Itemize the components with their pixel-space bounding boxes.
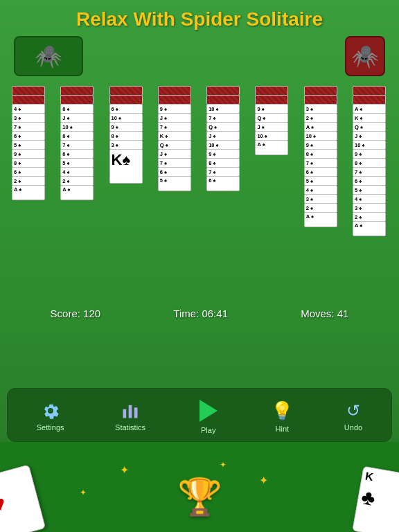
card-face-down xyxy=(353,95,386,105)
card[interactable]: 7 ♠ xyxy=(206,167,240,177)
score-value: 120 xyxy=(83,308,100,319)
card[interactable]: 9 ♠ xyxy=(304,140,337,150)
card[interactable]: 10 ♠ xyxy=(206,104,240,114)
card[interactable]: J ♠ xyxy=(353,131,386,141)
card[interactable]: 9 ♠ xyxy=(109,122,143,132)
card[interactable]: A ♠ xyxy=(255,140,288,155)
card[interactable]: 9 ♠ xyxy=(255,104,288,114)
bottom-card-left: J ♥ xyxy=(0,465,46,532)
card[interactable]: A ♠ xyxy=(60,185,94,200)
column-1[interactable]: 4 ♠ 3 ♠ 7 ♠ 6 ♠ 5 ♠ 9 ♠ 8 ♠ 6 ♠ 2 ♠ A ♠ xyxy=(10,86,48,200)
card[interactable]: 7 ♠ xyxy=(353,167,386,177)
card[interactable]: 2 ♠ xyxy=(304,203,337,213)
card[interactable]: K ♠ xyxy=(353,113,386,123)
undo-button[interactable]: ↺ Undo xyxy=(339,398,368,434)
card[interactable]: 3 ♠ xyxy=(12,113,45,123)
card[interactable]: 5 ♠ xyxy=(158,176,191,191)
card[interactable]: 8 ♠ xyxy=(60,104,94,114)
card[interactable]: 5 ♠ xyxy=(304,176,337,186)
card[interactable]: 9 ♠ xyxy=(158,104,191,114)
card[interactable]: A ♠ xyxy=(304,122,337,132)
card[interactable]: 8 ♠ xyxy=(353,158,386,168)
card[interactable]: 10 ♠ xyxy=(206,140,240,150)
column-3[interactable]: 6 ♠ 10 ♠ 9 ♠ 8 ♠ 3 ♠ K♠ xyxy=(107,86,146,183)
card[interactable]: Q ♠ xyxy=(206,122,240,132)
statistics-button[interactable]: Statistics xyxy=(109,398,151,434)
card[interactable]: 7 ♠ xyxy=(304,158,337,168)
title-area: Relax With Spider Solitaire xyxy=(0,0,399,36)
card[interactable]: 8 ♠ xyxy=(109,131,143,141)
card[interactable]: J ♠ xyxy=(60,113,94,123)
column-6[interactable]: 9 ♠ Q ♠ J ♠ 10 ♠ A ♠ xyxy=(253,86,292,154)
card[interactable]: 2 ♠ xyxy=(353,212,386,222)
moves-display: Moves: 41 xyxy=(301,308,348,319)
card[interactable]: 8 ♠ xyxy=(304,149,337,159)
card[interactable]: 6 ♠ xyxy=(12,131,45,141)
card[interactable]: K ♠ xyxy=(158,131,191,141)
card[interactable]: 2 ♠ xyxy=(12,176,45,186)
card[interactable]: 10 ♠ xyxy=(255,131,288,141)
card[interactable]: 7 ♠ xyxy=(158,158,191,168)
card[interactable]: A ♠ xyxy=(12,185,45,200)
moves-value: 41 xyxy=(337,308,349,319)
card[interactable]: A ♠ xyxy=(353,221,386,236)
card[interactable]: J ♠ xyxy=(158,149,191,159)
card[interactable]: Q ♠ xyxy=(158,140,191,150)
card[interactable]: 7 ♠ xyxy=(12,122,45,132)
card[interactable]: 10 ♠ xyxy=(60,122,94,132)
card[interactable]: Q ♠ xyxy=(255,113,288,123)
column-2[interactable]: 8 ♠ J ♠ 10 ♠ 8 ♠ 7 ♠ 6 ♠ 5 ♠ 4 ♠ 2 ♠ A ♠ xyxy=(58,86,97,200)
card[interactable]: 10 ♠ xyxy=(304,131,337,141)
king-card[interactable]: K♠ xyxy=(109,149,143,184)
column-4[interactable]: 9 ♠ J ♠ 7 ♠ K ♠ Q ♠ J ♠ 7 ♠ 6 ♠ 5 ♠ xyxy=(156,86,195,190)
card[interactable]: 6 ♠ xyxy=(206,176,240,191)
card[interactable]: 6 ♠ xyxy=(353,176,386,186)
card-face-down xyxy=(109,95,143,105)
card[interactable]: 6 ♠ xyxy=(109,104,143,114)
card[interactable]: J ♠ xyxy=(255,122,288,132)
card[interactable]: 5 ♠ xyxy=(60,158,94,168)
card[interactable]: 9 ♠ xyxy=(353,149,386,159)
toolbar: Settings Statistics Play 💡 Hint ↺ Undo xyxy=(7,388,392,442)
card[interactable]: 10 ♠ xyxy=(353,140,386,150)
card[interactable]: 8 ♠ xyxy=(206,158,240,168)
card[interactable]: A ♠ xyxy=(304,212,337,227)
card[interactable]: 2 ♠ xyxy=(304,113,337,123)
card[interactable]: A ♠ xyxy=(353,104,386,114)
svg-rect-2 xyxy=(134,407,138,418)
card[interactable]: 8 ♠ xyxy=(60,131,94,141)
card[interactable]: 6 ♠ xyxy=(304,167,337,177)
column-7[interactable]: 3 ♠ 2 ♠ A ♠ 10 ♠ 9 ♠ 8 ♠ 7 ♠ 6 ♠ 5 ♠ 4 ♠… xyxy=(302,86,341,227)
card[interactable]: 6 ♠ xyxy=(12,167,45,177)
card[interactable]: 3 ♠ xyxy=(304,104,337,114)
card[interactable]: 4 ♠ xyxy=(12,104,45,114)
card[interactable]: 9 ♠ xyxy=(206,149,240,159)
card[interactable]: 5 ♠ xyxy=(353,185,386,195)
play-button[interactable]: Play xyxy=(191,396,226,437)
card[interactable]: 7 ♠ xyxy=(158,122,191,132)
column-8[interactable]: A ♠ K ♠ Q ♠ J ♠ 10 ♠ 9 ♠ 8 ♠ 7 ♠ 6 ♠ 5 ♠… xyxy=(351,86,389,236)
card[interactable]: 3 ♠ xyxy=(304,194,337,204)
card[interactable]: 9 ♠ xyxy=(12,149,45,159)
card-face-down xyxy=(158,86,191,96)
card[interactable]: 5 ♠ xyxy=(12,140,45,150)
card[interactable]: 7 ♠ xyxy=(60,140,94,150)
settings-button[interactable]: Settings xyxy=(31,398,70,434)
card[interactable]: 6 ♠ xyxy=(60,149,94,159)
sparkle-1: ✦ xyxy=(120,463,129,477)
card[interactable]: J ♠ xyxy=(206,131,240,141)
card[interactable]: 8 ♠ xyxy=(12,158,45,168)
card[interactable]: 4 ♠ xyxy=(353,194,386,204)
card[interactable]: J ♠ xyxy=(158,113,191,123)
card[interactable]: 4 ♠ xyxy=(60,167,94,177)
column-5[interactable]: 10 ♠ 7 ♠ Q ♠ J ♠ 10 ♠ 9 ♠ 8 ♠ 7 ♠ 6 ♠ xyxy=(204,86,243,190)
card[interactable]: 10 ♠ xyxy=(109,113,143,123)
card[interactable]: 4 ♠ xyxy=(304,185,337,195)
card[interactable]: 3 ♠ xyxy=(353,203,386,213)
card[interactable]: Q ♠ xyxy=(353,122,386,132)
hint-button[interactable]: 💡 Hint xyxy=(265,398,299,436)
card[interactable]: 6 ♠ xyxy=(158,167,191,177)
card[interactable]: 3 ♠ xyxy=(109,140,143,150)
card[interactable]: 2 ♠ xyxy=(60,176,94,186)
card[interactable]: 7 ♠ xyxy=(206,113,240,123)
